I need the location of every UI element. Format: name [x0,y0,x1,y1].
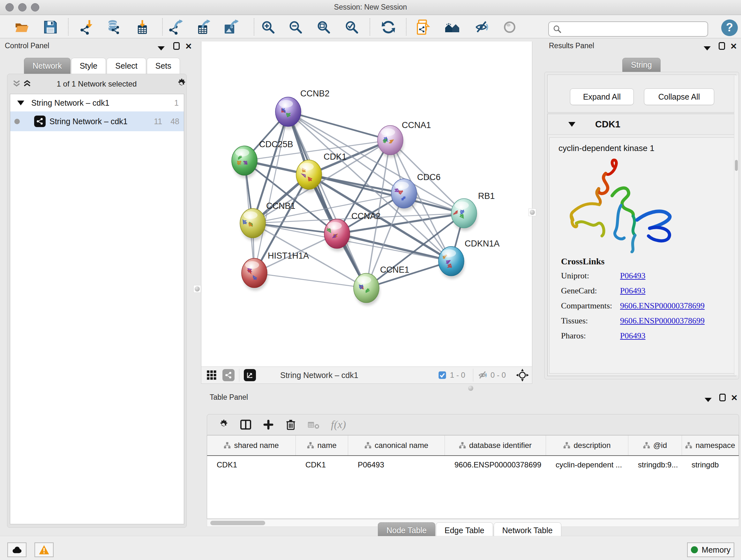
network-node-RB1[interactable] [451,199,477,231]
search-box[interactable] [548,21,708,37]
column-header-id[interactable]: @id [628,435,682,455]
column-type-icon [459,442,466,449]
table-cell[interactable]: stringdb:9... [628,456,682,474]
crosslink-link[interactable]: 9606.ENSP00000378699 [620,316,704,326]
network-node-CDK1[interactable] [296,160,322,192]
delete-column-icon[interactable] [285,419,296,430]
tab-sets[interactable]: Sets [147,58,180,74]
expand-all-button[interactable]: Expand All [570,88,634,105]
tab-network-table[interactable]: Network Table [494,522,561,538]
export-table-button[interactable] [196,19,211,35]
results-scrollbar[interactable] [734,75,738,375]
birdseye-view-icon[interactable] [206,369,217,381]
expand-all-networks-icon[interactable] [23,80,31,88]
tab-network[interactable]: Network [24,58,71,74]
memory-button[interactable]: Memory [687,543,734,557]
save-session-button[interactable] [43,19,58,35]
hide-selection-button[interactable] [474,19,489,35]
crosslink-link[interactable]: P06493 [620,286,645,296]
open-session-button[interactable] [14,19,29,35]
table-cell[interactable]: cyclin-dependent ... [546,456,628,474]
maximize-panel-icon[interactable] [719,394,726,403]
column-header-description[interactable]: description [546,435,628,455]
table-cell[interactable]: CDK1 [296,456,348,474]
tab-string[interactable]: String [622,58,660,72]
network-row-selected[interactable]: String Network – cdk1 11 48 [10,111,184,131]
table-cell[interactable]: CDK1 [207,456,296,474]
right-splitter-handle[interactable] [529,208,536,216]
help-button[interactable]: ? [721,19,738,36]
column-header-name[interactable]: name [296,435,348,455]
tab-node-table[interactable]: Node Table [378,522,435,538]
apply-layout-button[interactable] [381,19,396,35]
import-network-file-button[interactable] [79,19,94,35]
zoom-fit-button[interactable] [316,19,331,35]
table-options-gear-icon[interactable] [218,419,229,430]
network-edge[interactable] [288,112,366,288]
network-node-CDC25B[interactable] [232,146,258,178]
string-view-icon[interactable] [222,369,234,381]
import-table-file-button[interactable] [135,19,150,35]
float-panel-icon[interactable] [158,44,165,52]
network-options-gear-icon[interactable] [176,78,187,89]
collapse-all-button[interactable]: Collapse All [644,88,714,105]
tab-style[interactable]: Style [71,58,106,74]
column-header-shared-name[interactable]: shared name [207,435,296,455]
show-all-button[interactable] [502,19,517,35]
left-splitter-handle[interactable] [193,285,201,293]
network-node-CCNB1[interactable] [240,208,266,241]
search-input[interactable] [562,24,702,34]
table-cell[interactable]: 9606.ENSP00000378699 [445,456,546,474]
float-panel-icon[interactable] [704,44,711,52]
zoom-selected-button[interactable] [344,19,359,35]
network-edge[interactable] [337,234,451,261]
column-header-canonical-name[interactable]: canonical name [348,435,445,455]
table-cell[interactable]: stringdb [682,456,739,474]
maximize-panel-icon[interactable] [173,42,180,52]
float-panel-icon[interactable] [704,395,712,404]
network-node-CCNE1[interactable] [354,273,380,306]
network-node-CDC6[interactable] [391,179,417,211]
pan-crosshair-icon[interactable] [516,369,529,381]
show-columns-icon[interactable] [240,419,252,431]
tab-select[interactable]: Select [107,58,146,74]
section-expander-icon[interactable] [568,122,576,127]
new-network-from-selection-button[interactable] [415,19,431,35]
warnings-button[interactable] [35,543,54,557]
table-row[interactable]: CDK1CDK1P064939606.ENSP00000378699cyclin… [207,456,739,474]
detach-view-icon[interactable] [244,369,256,381]
crosslink-link[interactable]: P06493 [620,331,645,341]
network-node-HIST1H1A[interactable] [242,258,268,291]
table-cell[interactable]: P06493 [348,456,445,474]
first-neighbors-button[interactable] [445,19,460,35]
network-node-CCNA1[interactable] [378,125,404,158]
export-image-button[interactable] [223,19,239,35]
bottom-splitter-handle[interactable] [468,386,473,391]
network-node-CCNB2[interactable] [275,97,301,129]
zoom-out-button[interactable] [288,19,303,35]
maximize-panel-icon[interactable] [719,42,725,52]
tab-edge-table[interactable]: Edge Table [436,522,493,538]
network-node-CDKN1A[interactable] [439,246,465,279]
network-view-canvas[interactable]: CCNB2CCNA1CDC25BCDK1CDC6RB1CCNB1CCNA2CDK… [201,42,532,367]
export-network-button[interactable] [168,19,184,35]
selected-checkbox-icon[interactable] [438,371,447,380]
close-panel-icon[interactable]: ✕ [730,42,737,51]
close-panel-icon[interactable]: ✕ [731,393,738,403]
crosslink-link[interactable]: 9606.ENSP00000378699 [620,301,704,311]
collection-expander-icon[interactable] [17,101,24,105]
cloud-status-button[interactable] [7,543,26,557]
network-edge[interactable] [254,273,366,288]
column-header-database-identifier[interactable]: database identifier [445,435,546,455]
create-column-icon[interactable] [263,419,274,430]
close-panel-icon[interactable]: ✕ [185,42,192,51]
network-edge[interactable] [254,112,288,273]
zoom-in-button[interactable] [260,19,276,35]
import-network-database-button[interactable] [106,19,121,35]
column-header-namespace[interactable]: namespace [682,435,739,455]
network-collection-row[interactable]: String Network – cdk1 1 [10,94,184,111]
network-node-CCNA2[interactable] [324,219,350,251]
protein-section-header[interactable]: CDK1 [548,114,736,135]
crosslink-link[interactable]: P06493 [620,271,645,281]
collapse-all-networks-icon[interactable] [13,80,20,88]
